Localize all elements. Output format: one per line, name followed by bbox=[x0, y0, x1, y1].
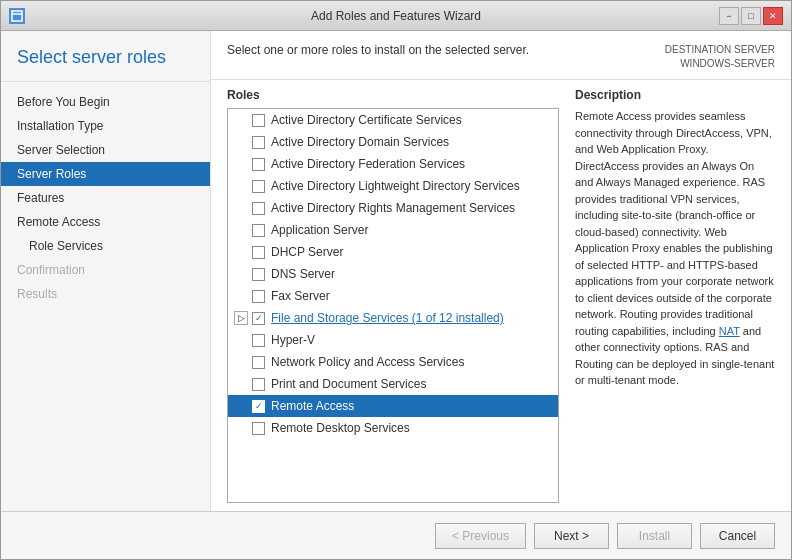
checkbox-hyper-v[interactable] bbox=[252, 334, 265, 347]
role-label-remote-desktop: Remote Desktop Services bbox=[271, 421, 552, 435]
checkbox-ad-federation[interactable] bbox=[252, 158, 265, 171]
description-label: Description bbox=[575, 88, 775, 102]
previous-button[interactable]: < Previous bbox=[435, 523, 526, 549]
role-label-ad-domain: Active Directory Domain Services bbox=[271, 135, 552, 149]
next-button[interactable]: Next > bbox=[534, 523, 609, 549]
role-item-ad-cert[interactable]: Active Directory Certificate Services bbox=[228, 109, 558, 131]
checkbox-ad-rights[interactable] bbox=[252, 202, 265, 215]
sidebar-title: Select server roles bbox=[1, 31, 210, 82]
checkbox-network-policy[interactable] bbox=[252, 356, 265, 369]
sidebar-item-remote-access[interactable]: Remote Access bbox=[1, 210, 210, 234]
checkbox-remote-desktop[interactable] bbox=[252, 422, 265, 435]
sidebar-item-confirmation: Confirmation bbox=[1, 258, 210, 282]
role-label-fax: Fax Server bbox=[271, 289, 552, 303]
sidebar-item-server-roles[interactable]: Server Roles bbox=[1, 162, 210, 186]
checkbox-remote-access[interactable]: ✓ bbox=[252, 400, 265, 413]
role-item-ad-federation[interactable]: Active Directory Federation Services bbox=[228, 153, 558, 175]
role-item-remote-desktop[interactable]: Remote Desktop Services bbox=[228, 417, 558, 439]
role-item-hyper-v[interactable]: Hyper-V bbox=[228, 329, 558, 351]
install-button[interactable]: Install bbox=[617, 523, 692, 549]
destination-server: DESTINATION SERVER WINDOWS-SERVER bbox=[665, 43, 775, 71]
svg-rect-0 bbox=[12, 11, 22, 21]
window-icon bbox=[9, 8, 25, 24]
sidebar-item-before-you-begin[interactable]: Before You Begin bbox=[1, 90, 210, 114]
role-label-ad-lightweight: Active Directory Lightweight Directory S… bbox=[271, 179, 552, 193]
role-item-dns[interactable]: DNS Server bbox=[228, 263, 558, 285]
sidebar-item-installation-type[interactable]: Installation Type bbox=[1, 114, 210, 138]
role-item-app-server[interactable]: Application Server bbox=[228, 219, 558, 241]
role-label-ad-rights: Active Directory Rights Management Servi… bbox=[271, 201, 552, 215]
sidebar-item-role-services[interactable]: Role Services bbox=[1, 234, 210, 258]
main-header: Select one or more roles to install on t… bbox=[211, 31, 791, 80]
description-panel: Description Remote Access provides seaml… bbox=[575, 88, 775, 503]
description-text: Remote Access provides seamless connecti… bbox=[575, 108, 775, 389]
role-label-ad-cert: Active Directory Certificate Services bbox=[271, 113, 552, 127]
instruction-text: Select one or more roles to install on t… bbox=[227, 43, 529, 57]
role-label-file-storage: File and Storage Services (1 of 12 insta… bbox=[271, 311, 552, 325]
roles-label: Roles bbox=[227, 88, 559, 102]
role-label-network-policy: Network Policy and Access Services bbox=[271, 355, 552, 369]
title-bar: Add Roles and Features Wizard − □ ✕ bbox=[1, 1, 791, 31]
roles-panel: Roles Active Directory Certificate Servi… bbox=[227, 88, 559, 503]
role-item-print-doc[interactable]: Print and Document Services bbox=[228, 373, 558, 395]
sidebar-item-server-selection[interactable]: Server Selection bbox=[1, 138, 210, 162]
role-item-network-policy[interactable]: Network Policy and Access Services bbox=[228, 351, 558, 373]
role-label-dhcp: DHCP Server bbox=[271, 245, 552, 259]
destination-server-name: WINDOWS-SERVER bbox=[665, 57, 775, 71]
checkbox-app-server[interactable] bbox=[252, 224, 265, 237]
window-controls: − □ ✕ bbox=[719, 7, 783, 25]
sidebar: Select server roles Before You BeginInst… bbox=[1, 31, 211, 511]
checkbox-dhcp[interactable] bbox=[252, 246, 265, 259]
checkbox-ad-domain[interactable] bbox=[252, 136, 265, 149]
main-body: Roles Active Directory Certificate Servi… bbox=[211, 80, 791, 511]
role-label-ad-federation: Active Directory Federation Services bbox=[271, 157, 552, 171]
checkbox-print-doc[interactable] bbox=[252, 378, 265, 391]
role-item-remote-access[interactable]: ✓Remote Access bbox=[228, 395, 558, 417]
role-item-file-storage[interactable]: ▷✓File and Storage Services (1 of 12 ins… bbox=[228, 307, 558, 329]
role-item-dhcp[interactable]: DHCP Server bbox=[228, 241, 558, 263]
minimize-button[interactable]: − bbox=[719, 7, 739, 25]
checkbox-ad-lightweight[interactable] bbox=[252, 180, 265, 193]
role-label-app-server: Application Server bbox=[271, 223, 552, 237]
role-item-ad-lightweight[interactable]: Active Directory Lightweight Directory S… bbox=[228, 175, 558, 197]
roles-scroll[interactable]: Active Directory Certificate ServicesAct… bbox=[228, 109, 558, 502]
role-label-hyper-v: Hyper-V bbox=[271, 333, 552, 347]
role-label-dns: DNS Server bbox=[271, 267, 552, 281]
sidebar-item-features[interactable]: Features bbox=[1, 186, 210, 210]
main-window: Add Roles and Features Wizard − □ ✕ Sele… bbox=[0, 0, 792, 560]
maximize-button[interactable]: □ bbox=[741, 7, 761, 25]
checkbox-fax[interactable] bbox=[252, 290, 265, 303]
role-item-ad-rights[interactable]: Active Directory Rights Management Servi… bbox=[228, 197, 558, 219]
main-content: Select one or more roles to install on t… bbox=[211, 31, 791, 511]
role-item-fax[interactable]: Fax Server bbox=[228, 285, 558, 307]
content-area: Select server roles Before You BeginInst… bbox=[1, 31, 791, 511]
close-button[interactable]: ✕ bbox=[763, 7, 783, 25]
sidebar-nav: Before You BeginInstallation TypeServer … bbox=[1, 82, 210, 314]
role-label-print-doc: Print and Document Services bbox=[271, 377, 552, 391]
sidebar-item-results: Results bbox=[1, 282, 210, 306]
cancel-button[interactable]: Cancel bbox=[700, 523, 775, 549]
nat-link[interactable]: NAT bbox=[719, 325, 740, 337]
footer: < Previous Next > Install Cancel bbox=[1, 511, 791, 559]
destination-server-label: DESTINATION SERVER bbox=[665, 43, 775, 57]
roles-list-container: Active Directory Certificate ServicesAct… bbox=[227, 108, 559, 503]
window-title: Add Roles and Features Wizard bbox=[311, 9, 481, 23]
checkbox-file-storage[interactable]: ✓ bbox=[252, 312, 265, 325]
role-label-remote-access: Remote Access bbox=[271, 399, 552, 413]
expand-btn-file-storage[interactable]: ▷ bbox=[234, 311, 248, 325]
checkbox-ad-cert[interactable] bbox=[252, 114, 265, 127]
role-item-ad-domain[interactable]: Active Directory Domain Services bbox=[228, 131, 558, 153]
checkbox-dns[interactable] bbox=[252, 268, 265, 281]
